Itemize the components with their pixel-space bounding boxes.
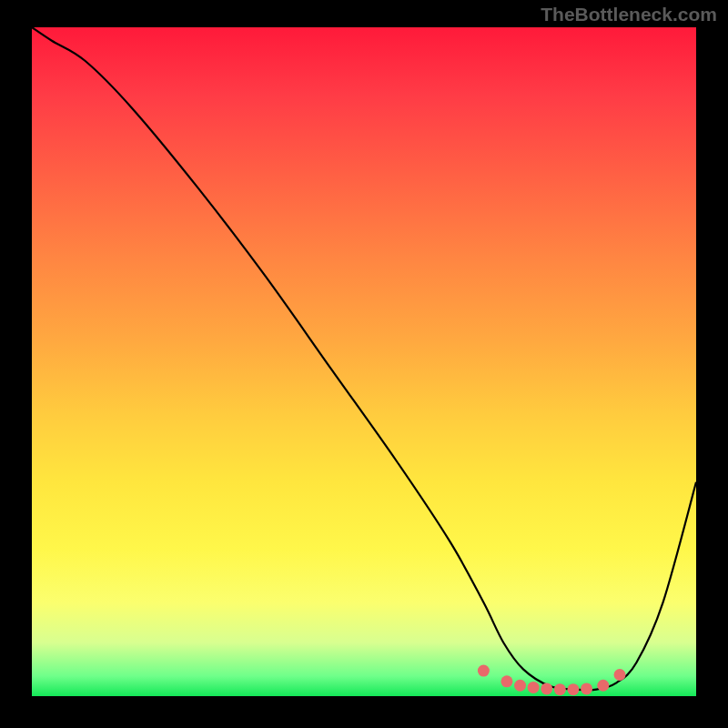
chart-marker <box>528 682 540 693</box>
chart-marker <box>614 669 626 681</box>
chart-marker-group <box>478 665 626 696</box>
chart-plot-area <box>32 27 696 696</box>
chart-marker <box>500 675 512 687</box>
chart-curve <box>32 27 696 690</box>
chart-svg <box>32 27 696 696</box>
chart-marker <box>581 682 592 694</box>
chart-marker <box>567 683 579 695</box>
chart-marker <box>514 680 526 692</box>
chart-marker <box>554 683 566 695</box>
watermark-text: TheBottleneck.com <box>541 4 717 25</box>
chart-marker <box>478 665 490 677</box>
chart-marker <box>597 680 609 692</box>
chart-marker <box>541 682 552 694</box>
